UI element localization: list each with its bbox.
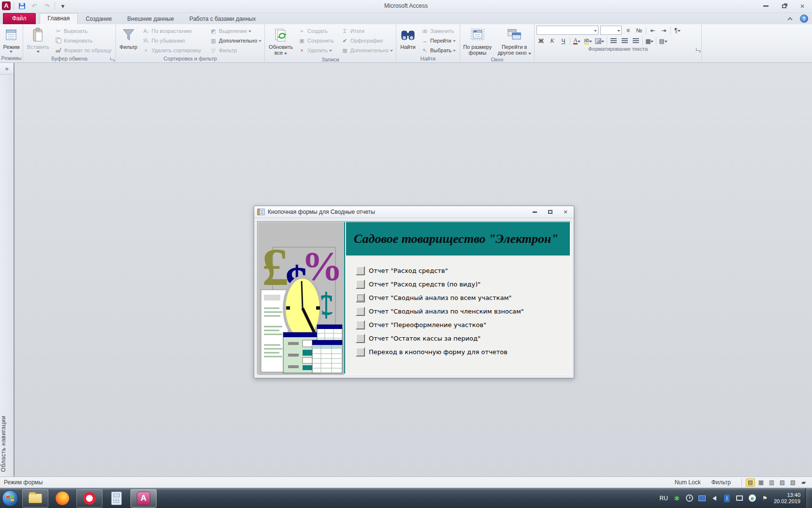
form-restore-button[interactable] [547,209,553,215]
dialog-launcher-button[interactable] [696,47,700,52]
pivotchart-view-shortcut[interactable]: ▨ [778,478,787,487]
tab-external-data[interactable]: Внешние данные [119,14,182,24]
paste-button[interactable]: Вставить [24,25,52,53]
tab-home[interactable]: Главная [40,13,78,24]
tab-file[interactable]: Файл [3,13,36,24]
pivottable-view-shortcut[interactable]: ▥ [767,478,776,487]
selection-button[interactable]: ◩Выделение [207,26,263,36]
switchboard-item-button[interactable] [356,334,365,343]
expand-navigation-pane-button[interactable]: » [0,63,14,75]
underline-button[interactable]: Ч [559,36,568,45]
eset-tray-icon[interactable]: e [748,494,756,502]
design-view-shortcut[interactable]: ▰ [799,478,808,487]
align-left-button[interactable] [609,36,618,45]
taskbar-calculator-button[interactable] [103,489,130,508]
restore-button[interactable] [777,2,791,10]
highlight-button[interactable]: ab [583,36,593,45]
volume-tray-icon[interactable] [710,494,719,502]
minimize-button[interactable] [759,2,772,10]
taskbar-explorer-button[interactable] [22,489,48,508]
collapse-ribbon-button[interactable] [786,15,794,23]
alternate-row-color-button[interactable]: ▤ [658,36,667,45]
sort-descending-button[interactable]: Я↓По убыванию [140,36,207,45]
switchboard-item-button[interactable] [356,320,365,329]
delete-record-button[interactable]: ×Удалить [296,45,339,55]
scheduler-tray-icon[interactable] [685,494,694,502]
numbering-button[interactable]: № [635,26,644,35]
text-direction-button[interactable]: ¶ [673,26,682,35]
action-center-flag-icon[interactable]: ⚑ [761,494,769,502]
font-name-combo[interactable] [536,26,598,35]
dialog-launcher-button[interactable] [110,57,115,61]
bullets-button[interactable]: ≡ [624,26,633,35]
size-to-fit-form-button[interactable]: По размеру формы [461,25,493,56]
align-right-button[interactable] [631,36,640,45]
switchboard-item-button[interactable] [356,280,365,289]
switch-windows-button[interactable]: Перейти в другое окно [496,25,533,56]
bold-button[interactable]: Ж [536,36,546,45]
layout-view-shortcut[interactable]: ▧ [788,478,798,487]
font-size-combo[interactable] [600,26,622,35]
form-minimize-button[interactable] [531,209,538,215]
new-record-button[interactable]: +Создать [296,26,339,36]
language-indicator[interactable]: RU [660,495,668,502]
datasheet-view-shortcut[interactable]: ▦ [756,478,766,487]
font-color-button[interactable]: А [572,36,581,45]
tab-database-tools[interactable]: Работа с базами данных [182,14,263,24]
taskbar-access-button[interactable]: A [130,489,157,508]
start-button[interactable] [0,489,20,508]
find-button[interactable]: Найти [397,25,419,50]
view-button[interactable]: Режим [1,25,22,53]
switchboard-title: Садовое товарищество "Электрон" [346,232,558,246]
increase-indent-button[interactable]: ⇥ [659,26,668,35]
cut-button[interactable]: ✂Вырезать [52,26,114,36]
advanced-filter-button[interactable]: ▥Дополнительно [207,36,263,45]
align-center-button[interactable] [620,36,629,45]
more-records-button[interactable]: ▦Дополнительно [339,45,395,55]
paste-icon [32,27,44,43]
tray-time: 13:40 [774,492,800,498]
navigation-pane-label[interactable]: Область навигации [0,416,14,472]
form-body: £ $ % ¢ [257,221,571,374]
replace-button[interactable]: abЗаменить [419,26,458,36]
refresh-all-button[interactable]: Обновить все [266,25,296,56]
clear-sort-button[interactable]: ×Удалить сортировку [140,45,207,55]
filter-button[interactable]: Фильтр [117,25,140,50]
totals-button[interactable]: ΣИтоги [339,26,395,36]
taskbar: A RU ✱ ᛒ e ⚑ 13:40 20.02.2019 [0,488,812,508]
copy-button[interactable]: Копировать [52,36,114,45]
form-titlebar[interactable]: Кнопочная формы для Сводные отчеты ✕ [254,206,574,218]
show-desktop-button[interactable] [805,488,812,508]
help-button[interactable]: ? [800,15,808,23]
form-close-button[interactable]: ✕ [562,209,569,215]
group-label: Записи [265,56,396,63]
network-tray-icon[interactable] [736,494,744,502]
close-button[interactable]: ✕ [796,2,809,10]
status-filter[interactable]: Фильтр [711,479,731,486]
format-painter-button[interactable]: Формат по образцу [52,45,114,55]
tab-create[interactable]: Создание [78,14,119,24]
switchboard-item-button[interactable] [356,266,365,275]
save-record-button[interactable]: ▣Сохранить [296,36,339,45]
toggle-filter-button[interactable]: ▽Фильтр [207,45,263,55]
select-icon: ↖ [420,47,429,54]
sort-ascending-button[interactable]: А↓По возрастанию [140,26,207,36]
gridlines-button[interactable]: ▦ [645,36,654,45]
taskbar-firefox-button[interactable] [49,489,75,508]
form-view-shortcut[interactable]: ▤ [746,478,755,487]
clock[interactable]: 13:40 20.02.2019 [774,492,800,505]
switchboard-item-button[interactable] [356,347,365,357]
switchboard-item: Отчет "Остаток кассы за период" [356,331,570,345]
switchboard-item-button[interactable] [356,293,365,302]
decrease-indent-button[interactable]: ⇤ [648,26,657,35]
display-tray-icon[interactable] [698,494,706,502]
taskbar-opera-button[interactable] [76,489,102,508]
background-fill-button[interactable] [594,36,605,45]
goto-button[interactable]: →Перейти [419,36,458,45]
spelling-button[interactable]: ✔Орфография [339,36,395,45]
bluetooth-tray-icon[interactable]: ᛒ [723,494,731,502]
italic-button[interactable]: К [548,36,557,45]
switchboard-item-button[interactable] [356,307,365,316]
select-button[interactable]: ↖Выбрать [419,45,458,55]
update-tray-icon[interactable]: ✱ [673,494,681,502]
